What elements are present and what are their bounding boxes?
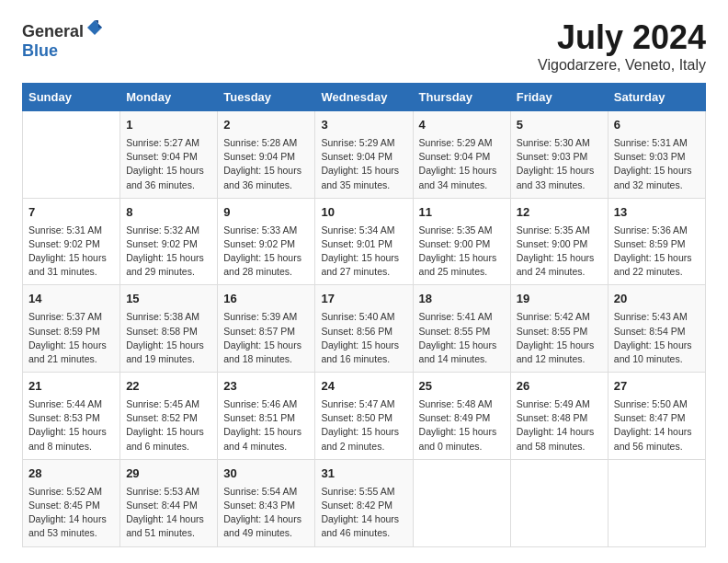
day-cell: 22Sunrise: 5:45 AM Sunset: 8:52 PM Dayli…: [120, 373, 218, 460]
day-cell: 26Sunrise: 5:49 AM Sunset: 8:48 PM Dayli…: [510, 373, 608, 460]
day-cell: [23, 111, 120, 199]
day-number: 10: [321, 204, 406, 222]
title-block: July 2024 Vigodarzere, Veneto, Italy: [538, 18, 706, 74]
day-number: 7: [28, 204, 114, 222]
day-number: 24: [321, 378, 406, 396]
day-number: 2: [223, 117, 309, 134]
day-cell: 11Sunrise: 5:35 AM Sunset: 9:00 PM Dayli…: [413, 198, 510, 285]
day-number: 21: [28, 378, 114, 396]
cell-content: Sunrise: 5:28 AM Sunset: 9:04 PM Dayligh…: [223, 136, 309, 192]
cell-content: Sunrise: 5:37 AM Sunset: 8:59 PM Dayligh…: [28, 310, 114, 366]
day-cell: 18Sunrise: 5:41 AM Sunset: 8:55 PM Dayli…: [413, 285, 510, 373]
day-number: 3: [321, 117, 406, 134]
calendar-table: SundayMondayTuesdayWednesdayThursdayFrid…: [22, 83, 706, 547]
cell-content: Sunrise: 5:29 AM Sunset: 9:04 PM Dayligh…: [419, 136, 505, 192]
day-cell: 25Sunrise: 5:48 AM Sunset: 8:49 PM Dayli…: [413, 373, 510, 460]
cell-content: Sunrise: 5:54 AM Sunset: 8:43 PM Dayligh…: [223, 485, 309, 541]
day-cell: 5Sunrise: 5:30 AM Sunset: 9:03 PM Daylig…: [510, 111, 608, 199]
cell-content: Sunrise: 5:38 AM Sunset: 8:58 PM Dayligh…: [126, 310, 211, 366]
day-number: 9: [223, 204, 309, 222]
header-cell-sunday: Sunday: [23, 84, 120, 111]
day-cell: 9Sunrise: 5:33 AM Sunset: 9:02 PM Daylig…: [218, 198, 315, 285]
header-cell-tuesday: Tuesday: [218, 84, 315, 111]
day-cell: 14Sunrise: 5:37 AM Sunset: 8:59 PM Dayli…: [23, 285, 120, 373]
day-number: 20: [614, 291, 700, 308]
day-cell: 8Sunrise: 5:32 AM Sunset: 9:02 PM Daylig…: [120, 198, 218, 285]
day-cell: 31Sunrise: 5:55 AM Sunset: 8:42 PM Dayli…: [315, 459, 413, 546]
day-cell: 19Sunrise: 5:42 AM Sunset: 8:55 PM Dayli…: [510, 285, 608, 373]
cell-content: Sunrise: 5:27 AM Sunset: 9:04 PM Dayligh…: [126, 136, 211, 192]
cell-content: Sunrise: 5:31 AM Sunset: 9:02 PM Dayligh…: [28, 224, 114, 280]
day-cell: 27Sunrise: 5:50 AM Sunset: 8:47 PM Dayli…: [608, 373, 705, 460]
day-number: 11: [419, 204, 505, 222]
week-row-5: 28Sunrise: 5:52 AM Sunset: 8:45 PM Dayli…: [23, 459, 706, 546]
day-number: 13: [614, 204, 700, 222]
day-cell: 30Sunrise: 5:54 AM Sunset: 8:43 PM Dayli…: [218, 459, 315, 546]
day-cell: 7Sunrise: 5:31 AM Sunset: 9:02 PM Daylig…: [23, 198, 120, 285]
day-number: 17: [321, 291, 406, 308]
day-number: 8: [126, 204, 211, 222]
header-cell-wednesday: Wednesday: [315, 84, 413, 111]
day-number: 22: [126, 378, 211, 396]
cell-content: Sunrise: 5:33 AM Sunset: 9:02 PM Dayligh…: [223, 224, 309, 280]
day-number: 1: [126, 117, 211, 134]
day-number: 28: [28, 465, 114, 483]
day-number: 6: [614, 117, 700, 134]
day-cell: 20Sunrise: 5:43 AM Sunset: 8:54 PM Dayli…: [608, 285, 705, 373]
day-number: 27: [614, 378, 700, 396]
cell-content: Sunrise: 5:36 AM Sunset: 8:59 PM Dayligh…: [614, 224, 700, 280]
logo-icon: [85, 18, 104, 37]
day-number: 14: [28, 291, 114, 308]
day-number: 31: [321, 465, 406, 483]
week-row-4: 21Sunrise: 5:44 AM Sunset: 8:53 PM Dayli…: [23, 373, 706, 460]
header-row: SundayMondayTuesdayWednesdayThursdayFrid…: [23, 84, 706, 111]
header-cell-friday: Friday: [510, 84, 608, 111]
cell-content: Sunrise: 5:45 AM Sunset: 8:52 PM Dayligh…: [126, 397, 211, 454]
cell-content: Sunrise: 5:34 AM Sunset: 9:01 PM Dayligh…: [321, 224, 406, 280]
header-cell-thursday: Thursday: [413, 84, 510, 111]
day-number: 19: [517, 291, 602, 308]
day-cell: 12Sunrise: 5:35 AM Sunset: 9:00 PM Dayli…: [510, 198, 608, 285]
day-number: 4: [419, 117, 505, 134]
cell-content: Sunrise: 5:40 AM Sunset: 8:56 PM Dayligh…: [321, 310, 406, 366]
cell-content: Sunrise: 5:50 AM Sunset: 8:47 PM Dayligh…: [614, 397, 700, 454]
day-cell: 1Sunrise: 5:27 AM Sunset: 9:04 PM Daylig…: [120, 111, 218, 199]
day-cell: 21Sunrise: 5:44 AM Sunset: 8:53 PM Dayli…: [23, 373, 120, 460]
day-cell: 3Sunrise: 5:29 AM Sunset: 9:04 PM Daylig…: [315, 111, 413, 199]
day-cell: 16Sunrise: 5:39 AM Sunset: 8:57 PM Dayli…: [218, 285, 315, 373]
logo-general-text: General: [22, 22, 84, 40]
month-year-title: July 2024: [538, 18, 706, 57]
day-number: 18: [419, 291, 505, 308]
logo: General Blue: [22, 18, 104, 61]
week-row-3: 14Sunrise: 5:37 AM Sunset: 8:59 PM Dayli…: [23, 285, 706, 373]
calendar-body: 1Sunrise: 5:27 AM Sunset: 9:04 PM Daylig…: [23, 111, 706, 547]
calendar-header: SundayMondayTuesdayWednesdayThursdayFrid…: [23, 84, 706, 111]
day-cell: [608, 459, 705, 546]
day-cell: 2Sunrise: 5:28 AM Sunset: 9:04 PM Daylig…: [218, 111, 315, 199]
day-cell: 28Sunrise: 5:52 AM Sunset: 8:45 PM Dayli…: [23, 459, 120, 546]
day-cell: 23Sunrise: 5:46 AM Sunset: 8:51 PM Dayli…: [218, 373, 315, 460]
cell-content: Sunrise: 5:32 AM Sunset: 9:02 PM Dayligh…: [126, 224, 211, 280]
day-cell: 29Sunrise: 5:53 AM Sunset: 8:44 PM Dayli…: [120, 459, 218, 546]
day-cell: 13Sunrise: 5:36 AM Sunset: 8:59 PM Dayli…: [608, 198, 705, 285]
logo-blue-text: Blue: [22, 41, 58, 60]
cell-content: Sunrise: 5:29 AM Sunset: 9:04 PM Dayligh…: [321, 136, 406, 192]
week-row-1: 1Sunrise: 5:27 AM Sunset: 9:04 PM Daylig…: [23, 111, 706, 199]
day-cell: 10Sunrise: 5:34 AM Sunset: 9:01 PM Dayli…: [315, 198, 413, 285]
day-cell: 15Sunrise: 5:38 AM Sunset: 8:58 PM Dayli…: [120, 285, 218, 373]
cell-content: Sunrise: 5:52 AM Sunset: 8:45 PM Dayligh…: [28, 485, 114, 541]
day-number: 25: [419, 378, 505, 396]
day-cell: 24Sunrise: 5:47 AM Sunset: 8:50 PM Dayli…: [315, 373, 413, 460]
cell-content: Sunrise: 5:55 AM Sunset: 8:42 PM Dayligh…: [321, 485, 406, 541]
cell-content: Sunrise: 5:41 AM Sunset: 8:55 PM Dayligh…: [419, 310, 505, 366]
week-row-2: 7Sunrise: 5:31 AM Sunset: 9:02 PM Daylig…: [23, 198, 706, 285]
day-cell: 17Sunrise: 5:40 AM Sunset: 8:56 PM Dayli…: [315, 285, 413, 373]
header-cell-saturday: Saturday: [608, 84, 705, 111]
day-cell: [413, 459, 510, 546]
cell-content: Sunrise: 5:48 AM Sunset: 8:49 PM Dayligh…: [419, 397, 505, 454]
cell-content: Sunrise: 5:39 AM Sunset: 8:57 PM Dayligh…: [223, 310, 309, 366]
day-number: 30: [223, 465, 309, 483]
location-text: Vigodarzere, Veneto, Italy: [538, 57, 706, 74]
cell-content: Sunrise: 5:49 AM Sunset: 8:48 PM Dayligh…: [517, 397, 602, 454]
cell-content: Sunrise: 5:35 AM Sunset: 9:00 PM Dayligh…: [517, 224, 602, 280]
